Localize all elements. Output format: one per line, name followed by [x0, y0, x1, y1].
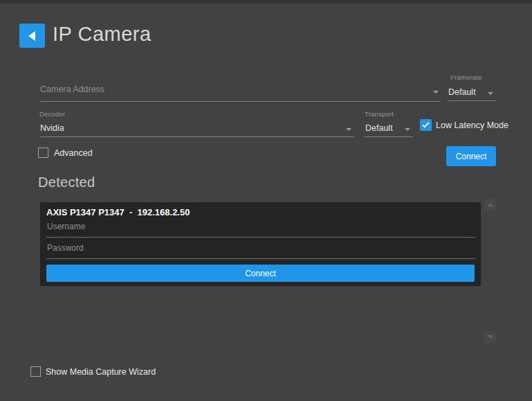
camera-connect-button[interactable]: Connect — [46, 265, 475, 282]
camera-address-input[interactable] — [39, 80, 441, 102]
framerate-dropdown[interactable]: Default — [448, 82, 496, 101]
show-wizard-checkbox[interactable] — [30, 366, 41, 377]
detected-heading: Detected — [38, 175, 95, 190]
arrow-left-icon — [28, 31, 35, 41]
low-latency-checkbox[interactable] — [420, 119, 432, 131]
username-input[interactable] — [46, 219, 475, 238]
chevron-down-icon — [488, 92, 493, 95]
camera-address-chevron-down-icon[interactable] — [433, 91, 439, 93]
window-top-edge — [0, 0, 532, 3]
decoder-label: Decoder — [39, 110, 65, 118]
chevron-down-icon — [346, 128, 351, 131]
advanced-label: Advanced — [54, 148, 93, 158]
transport-dropdown[interactable]: Default — [365, 118, 413, 137]
decoder-dropdown[interactable]: Nvidia — [39, 118, 354, 137]
camera-title: AXIS P1347 P1347 - 192.168.2.50 — [46, 207, 190, 217]
password-input[interactable] — [46, 240, 475, 259]
detected-camera-card: AXIS P1347 P1347 - 192.168.2.50 Connect — [40, 202, 481, 286]
transport-label: Transport — [365, 110, 394, 118]
back-button[interactable] — [19, 24, 45, 48]
ip-camera-window: IP Camera Framerate Default Decoder Nvid… — [0, 0, 532, 401]
framerate-value: Default — [448, 87, 476, 97]
page-title: IP Camera — [53, 23, 152, 46]
decoder-value: Nvidia — [40, 123, 64, 133]
chevron-down-icon — [405, 128, 410, 131]
scroll-up-button[interactable] — [484, 199, 496, 211]
low-latency-label: Low Latency Mode — [436, 121, 508, 130]
framerate-label: Framerate — [450, 73, 482, 81]
chevron-up-icon — [488, 203, 493, 206]
scroll-down-button[interactable] — [484, 331, 496, 343]
show-wizard-label: Show Media Capture Wizard — [46, 367, 156, 377]
transport-value: Default — [365, 123, 393, 133]
connect-button[interactable]: Connect — [446, 146, 496, 166]
chevron-down-icon — [488, 335, 493, 339]
check-icon — [422, 122, 430, 128]
advanced-checkbox[interactable] — [38, 148, 48, 158]
